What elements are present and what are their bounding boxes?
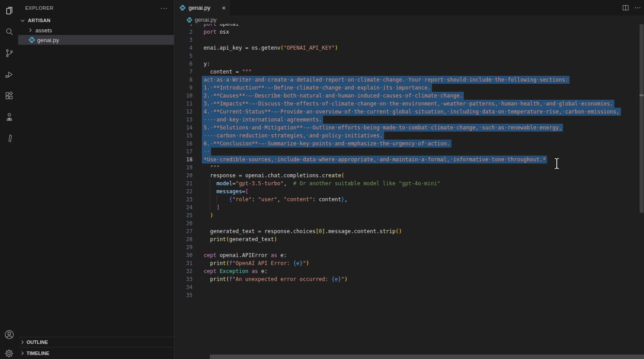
code-viewport: 1port openai2port osx34enai.api_key = os… bbox=[175, 24, 644, 359]
code-text: enai.api_key = os.getenv("OPENAI_API_KEY… bbox=[204, 44, 338, 52]
code-line[interactable]: 5 bbox=[175, 52, 644, 60]
code-line[interactable]: 15····carbon·reduction·strategies,·and·p… bbox=[175, 132, 644, 140]
tree-item-genai-py[interactable]: genai.py bbox=[18, 35, 174, 45]
vertical-scrollbar[interactable] bbox=[640, 24, 644, 213]
explorer-more-actions-icon[interactable]: ··· bbox=[160, 4, 168, 12]
line-number: 31 bbox=[175, 259, 193, 267]
code-line[interactable]: 22 messages=[ bbox=[175, 187, 644, 195]
line-number: 10 bbox=[175, 92, 193, 100]
chevron-right-icon bbox=[20, 351, 23, 355]
source-control-button[interactable] bbox=[0, 43, 18, 64]
indent-guide bbox=[210, 180, 210, 187]
tab-genai-py[interactable]: genai.py × bbox=[175, 0, 230, 16]
code-line[interactable]: 6y: bbox=[175, 60, 644, 68]
selected-code-text: 6.·**Conclusion**·–·Summarize·key·points… bbox=[202, 140, 451, 148]
code-line[interactable]: 1port openai bbox=[175, 24, 644, 28]
code-line[interactable]: 19 """ bbox=[175, 164, 644, 172]
chevron-right-icon bbox=[28, 28, 31, 32]
selected-code-text: 4.·**Current·Status**·–·Provide·an·overv… bbox=[202, 108, 621, 116]
code-line[interactable]: 29 bbox=[175, 243, 644, 251]
code-line[interactable]: 27 generated_text = response.choices[0].… bbox=[175, 227, 644, 235]
blade-extension-button[interactable] bbox=[0, 128, 18, 149]
code-line[interactable]: 26 bbox=[175, 219, 644, 227]
selected-code-text: 2.·**Causes**·–·Describe·both·natural·an… bbox=[202, 92, 464, 100]
code-line[interactable]: 113.·**Impacts**·–·Discuss·the·effects·o… bbox=[175, 100, 644, 108]
activity-bar bbox=[0, 0, 19, 359]
tab-bar: genai.py × bbox=[175, 0, 644, 16]
chevron-down-icon bbox=[21, 18, 24, 21]
indent-guide bbox=[210, 187, 210, 195]
account-icon bbox=[4, 329, 15, 340]
account-button[interactable] bbox=[0, 324, 18, 345]
breadcrumb[interactable]: genai.py bbox=[175, 16, 644, 24]
line-number: 21 bbox=[175, 180, 193, 187]
search-button[interactable] bbox=[0, 21, 18, 43]
split-editor-icon[interactable] bbox=[622, 4, 629, 12]
code-line[interactable]: 24 ] bbox=[175, 203, 644, 211]
settings-button[interactable] bbox=[0, 343, 18, 359]
code-line[interactable]: 3 bbox=[175, 36, 644, 44]
run-debug-button[interactable] bbox=[0, 64, 18, 85]
close-icon[interactable]: × bbox=[222, 4, 226, 11]
code-line[interactable]: 32cept Exception as e: bbox=[175, 267, 644, 275]
more-actions-icon[interactable] bbox=[634, 4, 641, 12]
person-icon bbox=[4, 112, 15, 122]
indent-guide bbox=[216, 195, 217, 203]
tree-root-artisan[interactable]: ARTISAN bbox=[18, 16, 174, 25]
extensions-button[interactable] bbox=[0, 85, 18, 106]
code-line[interactable]: 17·· bbox=[175, 148, 644, 156]
code-line[interactable]: 28 print(generated_text) bbox=[175, 235, 644, 243]
code-editor[interactable]: 1port openai2port osx34enai.api_key = os… bbox=[175, 24, 644, 299]
code-line[interactable]: 7 content = """ bbox=[175, 68, 644, 76]
code-line[interactable]: 18*Use·credible·sources,·include·data·wh… bbox=[175, 156, 644, 164]
python-icon bbox=[186, 17, 193, 23]
code-text: cept openai.APIError as e: bbox=[204, 251, 287, 259]
line-number: 22 bbox=[175, 187, 193, 195]
code-line[interactable]: 8act·as·a·Writer·and·create·a·detailed·r… bbox=[175, 76, 644, 84]
python-icon bbox=[28, 36, 35, 43]
tree-item-assets[interactable]: assets bbox=[18, 25, 174, 35]
selected-code-text: ····and·key·international·agreements. bbox=[202, 116, 323, 124]
line-number: 7 bbox=[175, 68, 193, 76]
code-line[interactable]: 102.·**Causes**·–·Describe·both·natural·… bbox=[175, 92, 644, 100]
search-icon bbox=[4, 27, 15, 37]
indent-guide bbox=[210, 195, 210, 203]
code-line[interactable]: 2port osx bbox=[175, 28, 644, 36]
line-number: 24 bbox=[175, 203, 193, 211]
code-line[interactable]: 33 print(f"An unexpected error occurred:… bbox=[175, 275, 644, 283]
line-number: 29 bbox=[175, 243, 193, 251]
code-text: ) bbox=[204, 211, 213, 219]
code-line[interactable]: 124.·**Current·Status**·–·Provide·an·ove… bbox=[175, 108, 644, 116]
code-line[interactable]: 30cept openai.APIError as e: bbox=[175, 251, 644, 259]
code-line[interactable]: 25 ) bbox=[175, 211, 644, 219]
code-line[interactable]: 4enai.api_key = os.getenv("OPENAI_API_KE… bbox=[175, 44, 644, 52]
line-number: 5 bbox=[175, 52, 193, 60]
code-line[interactable]: 23 {"role": "user", "content": content}, bbox=[175, 195, 644, 203]
timeline-section-header[interactable]: TIMELINE bbox=[18, 347, 174, 359]
code-line[interactable]: 20 response = openai.chat.completions.cr… bbox=[175, 172, 644, 180]
code-text: print(generated_text) bbox=[204, 235, 277, 243]
line-number: 18 bbox=[175, 156, 193, 164]
outline-section-header[interactable]: OUTLINE bbox=[18, 337, 174, 347]
code-line[interactable]: 35 bbox=[175, 291, 644, 299]
code-line[interactable]: 145.·**Solutions·and·Mitigation**·–·Outl… bbox=[175, 124, 644, 132]
breadcrumb-item: genai.py bbox=[195, 16, 216, 23]
code-text: """ bbox=[204, 164, 220, 172]
line-number: 20 bbox=[175, 172, 193, 180]
chevron-right-icon bbox=[20, 340, 23, 344]
code-line[interactable]: 31 print(f"OpenAI API Error: {e}") bbox=[175, 259, 644, 267]
horizontal-scrollbar[interactable] bbox=[210, 355, 644, 359]
code-line[interactable]: 34 bbox=[175, 283, 644, 291]
code-line[interactable]: 13····and·key·international·agreements. bbox=[175, 116, 644, 124]
code-line[interactable]: 21 model="gpt-3.5-turbo", # Or another s… bbox=[175, 180, 644, 187]
run-debug-icon bbox=[4, 69, 15, 80]
line-number: 16 bbox=[175, 140, 193, 148]
selected-code-text: 1.·**Introduction**·–·Define·climate·cha… bbox=[202, 84, 432, 92]
extensions-icon bbox=[4, 90, 15, 101]
explorer-button[interactable] bbox=[0, 0, 18, 21]
code-line[interactable]: 166.·**Conclusion**·–·Summarize·key·poin… bbox=[175, 140, 644, 148]
person-extension-button[interactable] bbox=[0, 106, 18, 128]
code-line[interactable]: 91.·**Introduction**·–·Define·climate·ch… bbox=[175, 84, 644, 92]
line-number: 3 bbox=[175, 36, 193, 44]
line-number: 17 bbox=[175, 148, 193, 156]
